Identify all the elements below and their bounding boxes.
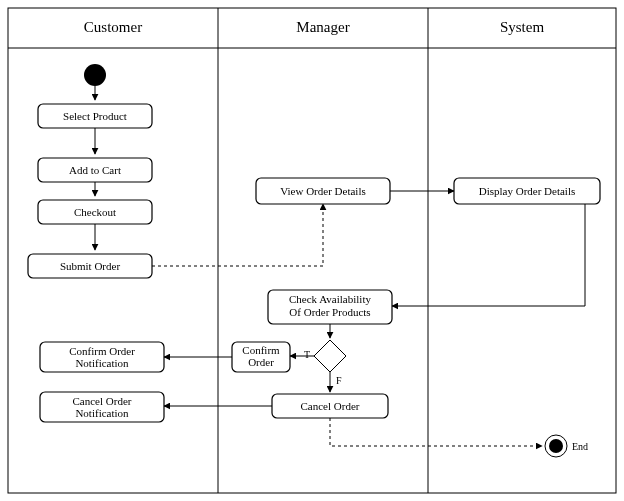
- decision-false-label: F: [336, 375, 342, 386]
- activity-confirm-order-label-1: Confirm: [242, 344, 280, 356]
- activity-add-to-cart-label: Add to Cart: [69, 164, 121, 176]
- activity-cancel-order-label: Cancel Order: [301, 400, 360, 412]
- decision-true-label: T: [304, 349, 310, 360]
- activity-view-order-details-label: View Order Details: [280, 185, 365, 197]
- activity-confirm-order-label-2: Order: [248, 356, 274, 368]
- lane-title-customer: Customer: [84, 19, 142, 35]
- activity-cancel-order-notification-label-1: Cancel Order: [73, 395, 132, 407]
- activity-cancel-order-notification-label-2: Notification: [75, 407, 129, 419]
- activity-checkout-label: Checkout: [74, 206, 116, 218]
- end-node: [545, 435, 567, 457]
- svg-point-9: [549, 439, 563, 453]
- lane-title-manager: Manager: [296, 19, 349, 35]
- start-node: [84, 64, 106, 86]
- activity-confirm-order-notification-label-1: Confirm Order: [69, 345, 135, 357]
- end-label: End: [572, 441, 588, 452]
- activity-select-product-label: Select Product: [63, 110, 127, 122]
- activity-check-availability-label-1: Check Availability: [289, 293, 371, 305]
- activity-submit-order-label: Submit Order: [60, 260, 121, 272]
- activity-display-order-details-label: Display Order Details: [479, 185, 576, 197]
- activity-confirm-order-notification-label-2: Notification: [75, 357, 129, 369]
- activity-check-availability-label-2: Of Order Products: [289, 306, 370, 318]
- lane-title-system: System: [500, 19, 545, 35]
